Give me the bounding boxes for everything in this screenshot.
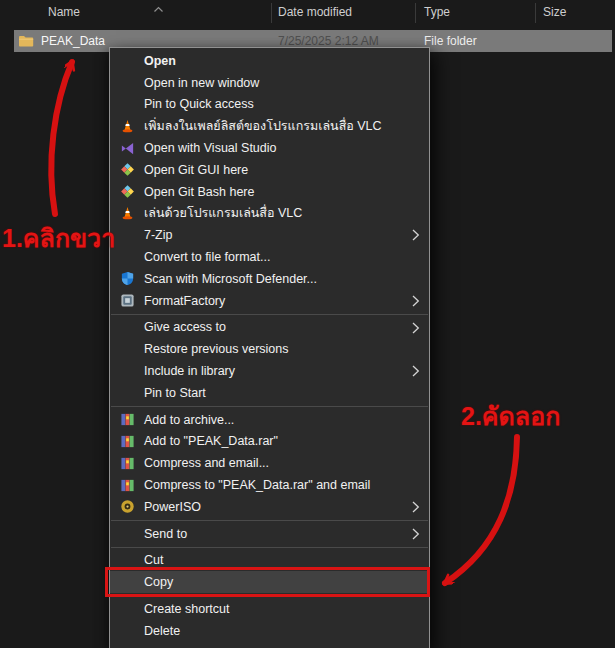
menu-item-poweriso[interactable]: PowerISO: [110, 496, 429, 518]
menu-item-label: Pin to Quick access: [144, 97, 254, 111]
menu-item-label: Include in library: [144, 364, 235, 378]
menu-item-7-zip[interactable]: 7-Zip: [110, 224, 429, 246]
submenu-arrow-icon: [412, 501, 420, 513]
menu-item-label: เพิ่มลงในเพลย์ลิสต์ของโปรแกรมเล่นสื่อ VL…: [144, 116, 382, 136]
menu-item-include-in-library[interactable]: Include in library: [110, 360, 429, 382]
menu-item-label: Give access to: [144, 320, 226, 334]
winrar-icon: [119, 477, 135, 493]
menu-item-open-git-bash-here[interactable]: Open Git Bash here: [110, 181, 429, 203]
annotation-step2-copy: 2.คัดลอก: [461, 396, 560, 436]
menu-item-create-shortcut[interactable]: Create shortcut: [110, 598, 429, 620]
menu-item-label: Open in new window: [144, 76, 259, 90]
menu-item-give-access-to[interactable]: Give access to: [110, 317, 429, 339]
sort-ascending-icon: [153, 0, 164, 17]
formatfactory-icon: [119, 293, 135, 309]
menu-item-pin-to-start[interactable]: Pin to Start: [110, 382, 429, 404]
menu-item-label: Open Git GUI here: [144, 163, 248, 177]
menu-item-copy[interactable]: Copy: [110, 571, 429, 593]
menu-item-add-to-archive[interactable]: Add to archive...: [110, 409, 429, 431]
menu-item-vlc[interactable]: เล่นด้วยโปรแกรมเล่นสื่อ VLC: [110, 203, 429, 225]
column-divider[interactable]: [271, 3, 272, 23]
menu-item-label: Open Git Bash here: [144, 185, 254, 199]
menu-item-label: Restore previous versions: [144, 342, 289, 356]
menu-separator: [111, 595, 428, 596]
submenu-arrow-icon: [412, 229, 420, 241]
menu-item-label: เล่นด้วยโปรแกรมเล่นสื่อ VLC: [144, 203, 302, 223]
file-name: PEAK_Data: [41, 34, 105, 48]
vlc-icon: [119, 118, 135, 134]
git-icon: [119, 162, 135, 178]
winrar-icon: [119, 412, 135, 428]
defender-icon: [119, 271, 135, 287]
menu-item-label: Scan with Microsoft Defender...: [144, 272, 317, 286]
menu-item-cut[interactable]: Cut: [110, 550, 429, 572]
menu-item-label: Create shortcut: [144, 602, 229, 616]
menu-item-label: Cut: [144, 553, 163, 567]
menu-item-label: Copy: [144, 575, 173, 589]
menu-item-label: Open: [144, 54, 176, 68]
menu-item-label: Send to: [144, 527, 187, 541]
menu-item-formatfactory[interactable]: FormatFactory: [110, 290, 429, 312]
file-type: File folder: [424, 34, 477, 48]
vlc-icon: [119, 206, 135, 222]
menu-item-pin-to-quick-access[interactable]: Pin to Quick access: [110, 94, 429, 116]
poweriso-icon: [119, 499, 135, 515]
menu-item-label: PowerISO: [144, 500, 201, 514]
column-header-row: Name Date modified Type Size: [0, 0, 615, 26]
menu-item-scan-with-microsoft-defender[interactable]: Scan with Microsoft Defender...: [110, 268, 429, 290]
arrow-to-peak-data: [51, 62, 72, 214]
column-header-date-modified[interactable]: Date modified: [278, 5, 352, 19]
annotation-step1-right-click: 1.คลิกขวา: [2, 218, 115, 258]
menu-item-restore-previous-versions[interactable]: Restore previous versions: [110, 338, 429, 360]
submenu-arrow-icon: [412, 322, 420, 334]
menu-item-label: Add to archive...: [144, 413, 234, 427]
menu-item-open-with-visual-studio[interactable]: Open with Visual Studio: [110, 137, 429, 159]
git-icon: [119, 184, 135, 200]
menu-item-open-in-new-window[interactable]: Open in new window: [110, 72, 429, 94]
menu-item-convert-to-file-format[interactable]: Convert to file format...: [110, 246, 429, 268]
menu-item-open-git-gui-here[interactable]: Open Git GUI here: [110, 159, 429, 181]
menu-item-label: Compress and email...: [144, 456, 269, 470]
context-menu: OpenOpen in new windowPin to Quick acces…: [109, 47, 430, 648]
menu-item-label: Add to "PEAK_Data.rar": [144, 434, 278, 448]
file-date-modified: 7/25/2025 2:12 AM: [278, 34, 379, 48]
winrar-icon: [119, 455, 135, 471]
folder-icon: [18, 33, 34, 49]
menu-separator: [111, 314, 428, 315]
visual-studio-icon: [119, 140, 135, 156]
arrow-to-copy: [445, 437, 517, 583]
menu-item-vlc[interactable]: เพิ่มลงในเพลย์ลิสต์ของโปรแกรมเล่นสื่อ VL…: [110, 115, 429, 137]
menu-separator: [111, 547, 428, 548]
menu-item-label: 7-Zip: [144, 228, 172, 242]
column-header-size[interactable]: Size: [543, 5, 566, 19]
column-header-type[interactable]: Type: [424, 5, 450, 19]
column-header-name[interactable]: Name: [48, 5, 80, 19]
menu-separator: [111, 520, 428, 521]
menu-item-label: Open with Visual Studio: [144, 141, 277, 155]
winrar-icon: [119, 434, 135, 450]
menu-item-compress-to-peak-data-rar-and-email[interactable]: Compress to "PEAK_Data.rar" and email: [110, 474, 429, 496]
column-divider[interactable]: [415, 3, 416, 23]
menu-item-send-to[interactable]: Send to: [110, 523, 429, 545]
menu-item-open[interactable]: Open: [110, 50, 429, 72]
menu-item-label: Convert to file format...: [144, 250, 270, 264]
menu-item-add-to-peak-data-rar[interactable]: Add to "PEAK_Data.rar": [110, 431, 429, 453]
menu-item-compress-and-email[interactable]: Compress and email...: [110, 452, 429, 474]
submenu-arrow-icon: [412, 365, 420, 377]
submenu-arrow-icon: [412, 528, 420, 540]
menu-item-label: Delete: [144, 624, 180, 638]
column-divider[interactable]: [535, 3, 536, 23]
menu-item-delete[interactable]: Delete: [110, 620, 429, 642]
menu-item-label: Compress to "PEAK_Data.rar" and email: [144, 478, 370, 492]
menu-separator: [111, 406, 428, 407]
menu-item-label: FormatFactory: [144, 294, 225, 308]
submenu-arrow-icon: [412, 295, 420, 307]
menu-item-label: Pin to Start: [144, 386, 206, 400]
